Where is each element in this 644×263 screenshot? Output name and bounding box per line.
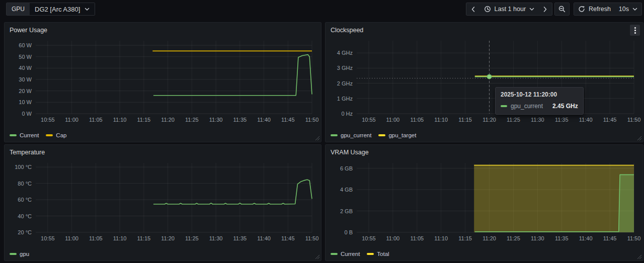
hover-tooltip: 2025-10-12 11:20:00 gpu_current 2.45 GHz — [495, 87, 584, 115]
x-tick-label: 11:25 — [185, 235, 199, 241]
legend-label: gpu_target — [388, 132, 416, 138]
chevron-down-icon — [85, 7, 90, 11]
legend-label: gpu — [20, 251, 29, 257]
chart-svg: 0 B2 GB4 GB6 GB10:5511:0011:0511:1011:15… — [326, 159, 643, 245]
time-shift-forward-button[interactable] — [538, 3, 552, 15]
x-tick-label: 11:35 — [233, 117, 247, 123]
panel-title[interactable]: Power Usage — [10, 27, 47, 34]
x-tick-label: 10:55 — [41, 235, 55, 241]
y-tick-label: 6 GB — [340, 165, 353, 171]
panel-temperature: Temperature 20 °C40 °C60 °C80 °C100 °C10… — [4, 144, 321, 261]
panel-power-usage: Power Usage 0 W10 W20 W30 W40 W50 W60 W1… — [4, 22, 321, 142]
vram-usage-chart[interactable]: 0 B2 GB4 GB6 GB10:5511:0011:0511:1011:15… — [326, 159, 643, 245]
refresh-button[interactable]: Refresh — [574, 3, 615, 15]
chevron-right-icon — [542, 6, 548, 13]
x-tick-label: 11:50 — [305, 235, 319, 241]
time-range-label: Last 1 hour — [495, 6, 526, 13]
x-tick-label: 11:25 — [185, 117, 199, 123]
legend-swatch — [378, 134, 385, 136]
y-tick-label: 0 B — [344, 229, 353, 235]
x-tick-label: 11:00 — [386, 235, 400, 241]
y-tick-label: 100 °C — [15, 164, 32, 170]
y-tick-label: 30 W — [19, 76, 32, 82]
x-tick-label: 11:45 — [281, 235, 295, 241]
variable-value-dropdown[interactable]: DG2 [Arc A380] — [30, 3, 95, 15]
y-tick-label: 0 Hz — [341, 111, 353, 117]
refresh-group: Refresh 10s — [574, 3, 642, 16]
x-tick-label: 11:45 — [603, 235, 617, 241]
clock-icon — [484, 6, 491, 13]
legend-item-Total[interactable]: Total — [367, 251, 389, 257]
panel-menu-kebab-icon[interactable] — [630, 25, 640, 36]
x-tick-label: 11:20 — [482, 235, 496, 241]
dashboard-toolbar: GPU DG2 [Arc A380] Last 1 hour — [0, 0, 644, 18]
panel-resize-handle[interactable] — [637, 254, 642, 259]
legend-item-Current[interactable]: Current — [331, 251, 360, 257]
chart-svg: 0 Hz1 GHz2 GHz3 GHz4 GHz10:5511:0011:051… — [326, 37, 643, 127]
panel-title[interactable]: Clockspeed — [331, 27, 363, 34]
legend-item-Current[interactable]: Current — [10, 132, 39, 138]
legend-label: gpu_current — [341, 132, 371, 138]
panel-title[interactable]: Temperature — [10, 149, 45, 156]
variable-value: DG2 [Arc A380] — [35, 6, 80, 13]
tooltip-series-value: 2.45 GHz — [552, 103, 578, 110]
x-tick-label: 11:40 — [257, 235, 271, 241]
x-tick-label: 11:05 — [410, 117, 424, 123]
x-tick-label: 11:15 — [458, 117, 472, 123]
y-tick-label: 4 GB — [340, 187, 353, 193]
y-tick-label: 60 W — [19, 42, 32, 48]
y-tick-label: 80 °C — [18, 181, 32, 187]
legend-swatch — [46, 134, 53, 136]
hover-point — [487, 74, 491, 78]
refresh-label: Refresh — [589, 6, 611, 13]
tooltip-series-swatch — [501, 105, 507, 107]
x-tick-label: 11:50 — [305, 117, 319, 123]
refresh-interval-value: 10s — [619, 6, 629, 13]
temperature-chart[interactable]: 20 °C40 °C60 °C80 °C100 °C10:5511:0011:0… — [5, 159, 321, 245]
y-tick-label: 60 °C — [18, 197, 32, 203]
refresh-interval-dropdown[interactable]: 10s — [615, 3, 641, 15]
x-tick-label: 11:30 — [209, 235, 223, 241]
magnifier-minus-icon — [558, 6, 566, 13]
y-tick-label: 2 GB — [340, 208, 353, 214]
x-tick-label: 11:00 — [386, 117, 400, 123]
x-tick-label: 10:55 — [362, 235, 376, 241]
x-tick-label: 11:30 — [531, 235, 544, 241]
clockspeed-legend: gpu_currentgpu_target — [331, 132, 416, 138]
y-tick-label: 0 W — [22, 111, 32, 117]
x-tick-label: 11:20 — [161, 117, 175, 123]
power-usage-chart[interactable]: 0 W10 W20 W30 W40 W50 W60 W10:5511:0011:… — [5, 37, 321, 127]
legend-swatch — [367, 253, 374, 255]
y-tick-label: 10 W — [19, 99, 32, 105]
chevron-down-icon — [529, 7, 534, 11]
time-shift-back-button[interactable] — [466, 3, 480, 15]
x-tick-label: 11:25 — [507, 235, 520, 241]
panel-resize-handle[interactable] — [637, 136, 642, 141]
x-tick-label: 11:05 — [89, 235, 103, 241]
legend-item-gpu_current[interactable]: gpu_current — [331, 132, 371, 138]
legend-item-gpu_target[interactable]: gpu_target — [378, 132, 416, 138]
legend-swatch — [331, 134, 338, 136]
template-variable-gpu[interactable]: GPU DG2 [Arc A380] — [6, 3, 95, 16]
x-tick-label: 11:45 — [281, 117, 295, 123]
y-tick-label: 4 GHz — [337, 50, 353, 56]
legend-item-Cap[interactable]: Cap — [46, 132, 66, 138]
x-tick-label: 11:10 — [113, 235, 127, 241]
x-tick-label: 11:05 — [89, 117, 103, 123]
y-tick-label: 20 °C — [18, 229, 32, 235]
panel-resize-handle[interactable] — [315, 136, 320, 141]
toolbar-right: Last 1 hour — [466, 3, 642, 16]
legend-item-gpu[interactable]: gpu — [10, 251, 29, 257]
panel-resize-handle[interactable] — [315, 254, 320, 259]
zoom-out-time-button[interactable] — [555, 3, 569, 15]
x-tick-label: 11:45 — [603, 117, 617, 123]
x-tick-label: 11:20 — [161, 235, 175, 241]
panel-title[interactable]: VRAM Usage — [331, 149, 369, 156]
clockspeed-chart[interactable]: 0 Hz1 GHz2 GHz3 GHz4 GHz10:5511:0011:051… — [326, 37, 643, 127]
legend-label: Current — [20, 132, 39, 138]
time-range-picker-button[interactable]: Last 1 hour — [480, 3, 539, 15]
x-tick-label: 11:40 — [257, 117, 271, 123]
variable-label: GPU — [7, 3, 30, 15]
x-tick-label: 11:30 — [531, 117, 544, 123]
x-tick-label: 10:55 — [41, 117, 55, 123]
